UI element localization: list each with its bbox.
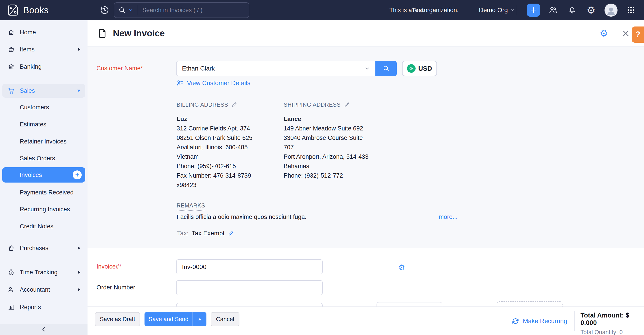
- add-invoice-icon[interactable]: +: [73, 170, 82, 179]
- remarks-text: Facilis officia a odio maxime quos nesci…: [176, 213, 306, 220]
- save-and-send-dropdown[interactable]: [192, 312, 206, 326]
- edit-tax-icon[interactable]: [228, 230, 234, 236]
- plus-icon: [530, 6, 537, 14]
- accountant-icon: [8, 286, 15, 293]
- app-logo[interactable]: Books: [8, 0, 49, 20]
- invoice-number-input[interactable]: [176, 259, 323, 274]
- customer-search-button[interactable]: [376, 61, 397, 76]
- totals: Total Amount: $ 0.000 Total Quantity: 0: [580, 312, 644, 335]
- cropped-field-dashed[interactable]: [497, 301, 562, 306]
- shipping-line: Phone: (932)-512-772: [284, 171, 389, 180]
- customer-select[interactable]: [176, 61, 376, 76]
- chevron-down-icon[interactable]: [364, 66, 370, 71]
- global-search[interactable]: [114, 2, 249, 18]
- currency-code: USD: [418, 65, 432, 72]
- shipping-line: Bahamas: [284, 161, 389, 171]
- sidebar-item-banking[interactable]: Banking: [2, 60, 85, 73]
- sidebar-item-reports[interactable]: Reports: [2, 300, 85, 314]
- order-number-label: Order Number: [96, 284, 135, 291]
- remarks-more-link[interactable]: more...: [439, 213, 458, 220]
- invoice-settings-gear-icon[interactable]: ⚙: [600, 20, 608, 47]
- sidebar-item-customers[interactable]: Customers: [2, 101, 85, 114]
- page-title: New Invoice: [113, 28, 165, 38]
- help-button[interactable]: ?: [632, 27, 644, 43]
- shipping-line: 33040 Ambrose Course Suite: [284, 133, 389, 143]
- topbar-divider: [516, 5, 516, 15]
- sidebar-item-sales[interactable]: Sales: [2, 84, 85, 98]
- notifications-bell-icon[interactable]: [566, 0, 578, 20]
- sidebar-item-accountant[interactable]: Accountant: [2, 283, 85, 296]
- close-icon[interactable]: [622, 20, 630, 47]
- sidebar-item-time-tracking[interactable]: Time Tracking: [2, 266, 85, 279]
- quick-create-button[interactable]: [527, 4, 540, 17]
- invoice-details-section: Invoice#* ⚙ Order Number: [88, 248, 644, 306]
- recurring-refresh-icon: [512, 317, 519, 325]
- cancel-button[interactable]: Cancel: [211, 312, 240, 326]
- caret-right-icon: [78, 288, 80, 291]
- save-and-send-button[interactable]: Save and Send: [144, 312, 206, 326]
- tax-label: Tax:: [177, 230, 188, 237]
- chevron-down-icon: [510, 8, 515, 13]
- caret-right-icon: [78, 246, 80, 250]
- home-icon: [8, 29, 15, 36]
- billing-line: Phone: (959)-702-615: [176, 161, 278, 171]
- stopwatch-icon: [8, 269, 15, 276]
- brand-name: Books: [23, 5, 49, 15]
- sidebar-item-items[interactable]: Items: [2, 43, 85, 56]
- new-invoice-screen: Books This is a Test organization. Demo …: [0, 0, 644, 335]
- books-logo-icon: [8, 4, 19, 17]
- billing-name: Luz: [176, 114, 278, 124]
- org-picker[interactable]: Demo Org: [479, 0, 515, 20]
- billing-line: Arvillafort, Illinois, 600-485: [176, 143, 278, 152]
- view-customer-details-link[interactable]: View Customer Details: [176, 79, 250, 87]
- sidebar-item-payments-received[interactable]: Payments Received: [2, 186, 85, 199]
- action-bar: Save as Draft Save and Send Cancel Make …: [88, 306, 644, 335]
- sidebar-item-home[interactable]: Home: [2, 26, 85, 39]
- make-recurring-link[interactable]: Make Recurring: [512, 307, 567, 335]
- caret-up-icon: [198, 318, 201, 320]
- sidebar-item-recurring-invoices[interactable]: Recurring Invoices: [2, 203, 85, 216]
- sidebar-item-purchases[interactable]: Purchases: [2, 241, 85, 255]
- edit-billing-address-icon[interactable]: [231, 102, 237, 108]
- users-icon[interactable]: [546, 0, 559, 20]
- edit-shipping-address-icon[interactable]: [344, 102, 350, 108]
- search-icon: [382, 65, 390, 72]
- billing-address-title: BILLING ADDRESS: [176, 100, 228, 109]
- recent-history-icon[interactable]: [98, 4, 111, 17]
- sidebar-item-retainer-invoices[interactable]: Retainer Invoices: [2, 135, 85, 148]
- page-header: New Invoice ⚙ ?: [88, 20, 644, 47]
- customer-name-label: Customer Name*: [96, 65, 143, 72]
- sidebar-item-invoices-active[interactable]: Invoices +: [2, 167, 85, 183]
- total-amount: Total Amount: $ 0.000: [580, 312, 644, 326]
- sidebar-item-estimates[interactable]: Estimates: [2, 118, 85, 131]
- sidebar-item-sales-orders[interactable]: Sales Orders: [2, 152, 85, 165]
- remarks-title: REMARKS: [176, 202, 205, 211]
- cropped-field-left[interactable]: [176, 303, 323, 306]
- customer-section: Customer Name* USD: [88, 47, 644, 248]
- billing-address: BILLING ADDRESS Luz 312 Corrine Fields A…: [176, 100, 278, 190]
- sales-cart-icon: [8, 87, 15, 94]
- sidebar-collapse-button[interactable]: [0, 324, 88, 335]
- tax-row: Tax: Tax Exempt: [177, 230, 234, 237]
- cropped-field-middle[interactable]: [376, 302, 442, 306]
- bank-icon: [8, 63, 15, 70]
- customer-name-input[interactable]: [182, 65, 362, 72]
- avatar[interactable]: [604, 4, 618, 17]
- currency-selector[interactable]: USD: [402, 61, 437, 76]
- billing-line: Vietnam: [176, 152, 278, 161]
- settings-gear-icon[interactable]: ⚙: [585, 0, 597, 20]
- search-scope-chevron-icon[interactable]: [128, 8, 133, 13]
- org-note: This is a Test organization.: [389, 0, 459, 20]
- apps-grid-icon[interactable]: [625, 0, 637, 20]
- search-icon: [118, 6, 126, 14]
- sidebar-item-credit-notes[interactable]: Credit Notes: [2, 220, 85, 233]
- caret-down-icon: [77, 90, 80, 92]
- topbar: Books This is a Test organization. Demo …: [0, 0, 644, 20]
- order-number-input[interactable]: [176, 280, 323, 295]
- purchases-bag-icon: [8, 244, 15, 252]
- sidebar: Home Items Banking Sales Customers Estim…: [0, 20, 88, 335]
- invoice-number-settings-gear-icon[interactable]: ⚙: [398, 263, 405, 272]
- save-as-draft-button[interactable]: Save as Draft: [95, 312, 140, 326]
- main-panel: New Invoice ⚙ ? Customer Name*: [88, 20, 644, 335]
- search-input[interactable]: [142, 7, 245, 14]
